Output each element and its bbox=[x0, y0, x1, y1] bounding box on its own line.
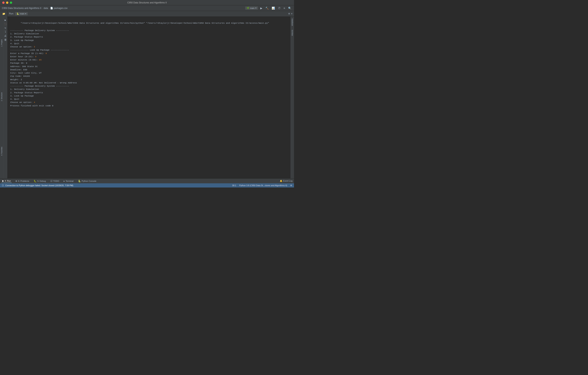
console-command: "/Users/rdtaylorjr/Developer/School/WGU/… bbox=[10, 18, 288, 28]
vcs-button[interactable]: ≡ bbox=[283, 6, 286, 10]
console-line: City: Salt Lake City, UT bbox=[10, 71, 288, 75]
status-settings-icon[interactable]: ⚙ bbox=[290, 184, 292, 187]
run-config-chevron: ▾ bbox=[25, 12, 26, 15]
status-message: Connection to Python debugger failed: So… bbox=[5, 184, 73, 187]
tab-debug-label: 5: Debug bbox=[37, 180, 46, 182]
status-bar-left: ☐ Connection to Python debugger failed: … bbox=[2, 184, 73, 187]
console-line: Choose an option: 4 bbox=[10, 101, 288, 104]
build-button[interactable]: 🔨 bbox=[265, 6, 269, 10]
run-close-icon[interactable]: ✕ bbox=[291, 12, 293, 15]
print-icon[interactable]: 🖨 bbox=[4, 34, 7, 37]
vertical-tabs: 1: Project 2: Structure 4: Favorites bbox=[0, 17, 3, 178]
console-line: -------------- Look Up Package ---------… bbox=[10, 48, 288, 52]
vertical-tab-project[interactable]: 1: Project bbox=[1, 39, 3, 47]
breadcrumb-folder[interactable]: data bbox=[43, 7, 48, 10]
folder-icon[interactable]: 📁 bbox=[2, 12, 5, 15]
tab-run-icon: ▶ bbox=[2, 179, 4, 182]
tab-run[interactable]: ▶ 4: Run bbox=[1, 179, 11, 183]
console-line: Deadline: EOD bbox=[10, 68, 288, 71]
right-panel-database[interactable]: Database bbox=[291, 19, 293, 26]
status-checkbox: ☐ bbox=[2, 184, 4, 187]
maximize-button[interactable] bbox=[10, 1, 12, 4]
tab-todo[interactable]: ☑ TODO bbox=[50, 179, 60, 183]
sidebar-strip-top: 📁 bbox=[0, 11, 8, 17]
tab-problems-label: 6: Problems bbox=[18, 180, 29, 182]
console-line: Weight: 2 bbox=[10, 78, 288, 81]
console-line: 3. Look Up Package bbox=[10, 94, 288, 98]
run-config-icon: 🐍 bbox=[16, 12, 19, 15]
window-title: C950 Data Structures and Algorithms II bbox=[127, 1, 167, 4]
run-row: 📁 Run: 🐍 main ▾ ⚙ ✕ bbox=[0, 11, 294, 17]
console-lines: ---------- Package Delivery System -----… bbox=[10, 29, 288, 107]
vertical-tab-favorites[interactable]: 4: Favorites bbox=[1, 147, 3, 156]
branch-icon: 🌿 bbox=[247, 7, 249, 9]
run-settings-icon[interactable]: ⚙ bbox=[288, 12, 290, 15]
console-line: 1. Delivery Simulation bbox=[10, 32, 288, 35]
event-log[interactable]: 🔔 Event Log bbox=[280, 180, 293, 182]
tab-python-console[interactable]: 🐍 Python Console bbox=[77, 179, 97, 183]
console-line: Enter minutes (0-59): 05 bbox=[10, 58, 288, 61]
sidebar-actions: ▶ ⬛ ↻ ⤵ 🖨 🗑 bbox=[4, 19, 7, 41]
run-config-selector[interactable]: 🐍 main ▾ bbox=[15, 12, 28, 15]
rerun-icon[interactable]: ↻ bbox=[5, 26, 6, 29]
event-log-label: Event Log bbox=[283, 180, 293, 182]
run-icon[interactable]: ▶ bbox=[5, 19, 6, 22]
console-line: Process finished with exit code 0 bbox=[10, 104, 288, 107]
tab-terminal-icon: ▸ bbox=[64, 180, 65, 182]
app-wrapper: C950 Data Structures and Algorithms II C… bbox=[0, 0, 294, 188]
breadcrumb-file[interactable]: 📄 packages.csv bbox=[50, 7, 67, 10]
vertical-tab-structure[interactable]: 2: Structure bbox=[1, 92, 3, 101]
tab-problems-icon: ⊗ bbox=[15, 180, 17, 182]
console-line: Enter hour (0-23): 9 bbox=[10, 55, 288, 58]
console-output: "/Users/rdtaylorjr/Developer/School/WGU/… bbox=[8, 17, 290, 178]
stop-icon[interactable]: ⬛ bbox=[4, 23, 7, 25]
tab-terminal[interactable]: ▸ Terminal bbox=[63, 179, 74, 183]
console-line: 4. Quit bbox=[10, 42, 288, 45]
bottom-bar: ▶ 4: Run ⊗ 6: Problems 🐛 5: Debug ☑ TODO… bbox=[0, 178, 294, 183]
minimize-button[interactable] bbox=[6, 1, 8, 4]
clear-icon[interactable]: 🗑 bbox=[4, 38, 7, 41]
traffic-lights bbox=[2, 1, 12, 4]
branch-selector[interactable]: 🌿 main ▾ bbox=[245, 6, 258, 10]
tab-todo-label: TODO bbox=[53, 180, 59, 182]
tab-debug-icon: 🐛 bbox=[34, 180, 37, 182]
status-bar-right: 30:1 Python 3.8 (C950 Data St...ctures a… bbox=[232, 184, 292, 187]
tab-terminal-label: Terminal bbox=[65, 180, 74, 182]
coverage-button[interactable]: 📊 bbox=[271, 6, 276, 10]
console-line: Package ID: 9 bbox=[10, 61, 288, 65]
tab-python-console-label: Python Console bbox=[82, 180, 96, 182]
console-line: ---------- Package Delivery System -----… bbox=[10, 29, 288, 32]
search-button[interactable]: 🔍 bbox=[287, 6, 292, 10]
console-line: 3. Look Up Package bbox=[10, 39, 288, 42]
console-line: Address: 300 State St bbox=[10, 65, 288, 68]
console-line: Zip Code: 84103 bbox=[10, 75, 288, 78]
tab-debug[interactable]: 🐛 5: Debug bbox=[33, 179, 47, 183]
scroll-end-icon[interactable]: ⤵ bbox=[5, 31, 6, 33]
tab-problems[interactable]: ⊗ 6: Problems bbox=[15, 179, 30, 183]
console-line: ---------- Package Delivery System -----… bbox=[10, 84, 288, 88]
profile-button[interactable]: ⏱ bbox=[277, 6, 281, 10]
tab-python-console-icon: 🐍 bbox=[78, 180, 81, 182]
console-line: 2. Package Status Reports bbox=[10, 91, 288, 94]
breadcrumb-project[interactable]: C950 Data Structures and Algorithms II bbox=[2, 7, 41, 10]
breadcrumb: C950 Data Structures and Algorithms II ›… bbox=[2, 7, 68, 10]
right-panel: Database SciView bbox=[290, 17, 294, 178]
breadcrumb-sep2: › bbox=[49, 7, 49, 10]
cursor-position: 30:1 bbox=[232, 184, 236, 187]
title-bar: C950 Data Structures and Algorithms II bbox=[0, 0, 294, 5]
event-log-icon: 🔔 bbox=[280, 180, 283, 182]
console-line: Enter a Package ID (1-40): 9 bbox=[10, 52, 288, 55]
console-line: 1. Delivery Simulation bbox=[10, 88, 288, 91]
console-line: 4. Quit bbox=[10, 98, 288, 101]
run-config-name: main bbox=[20, 12, 24, 15]
nav-bar-right: 🌿 main ▾ ▶ 🔨 📊 ⏱ ≡ 🔍 bbox=[245, 6, 292, 10]
close-button[interactable] bbox=[2, 1, 5, 4]
run-button[interactable]: ▶ bbox=[260, 6, 263, 10]
right-panel-sciview[interactable]: SciView bbox=[291, 30, 293, 36]
branch-chevron: ▾ bbox=[255, 7, 256, 9]
left-sidebar: 1: Project 2: Structure 4: Favorites ▶ ⬛… bbox=[0, 17, 8, 178]
branch-name: main bbox=[250, 7, 255, 9]
console-line: Status at 9:05:00 AM: Not Delivered - Wr… bbox=[10, 81, 288, 84]
run-toolbar-right: ⚙ ✕ bbox=[288, 12, 293, 15]
run-toolbar: Run: 🐍 main ▾ ⚙ ✕ bbox=[8, 11, 294, 17]
